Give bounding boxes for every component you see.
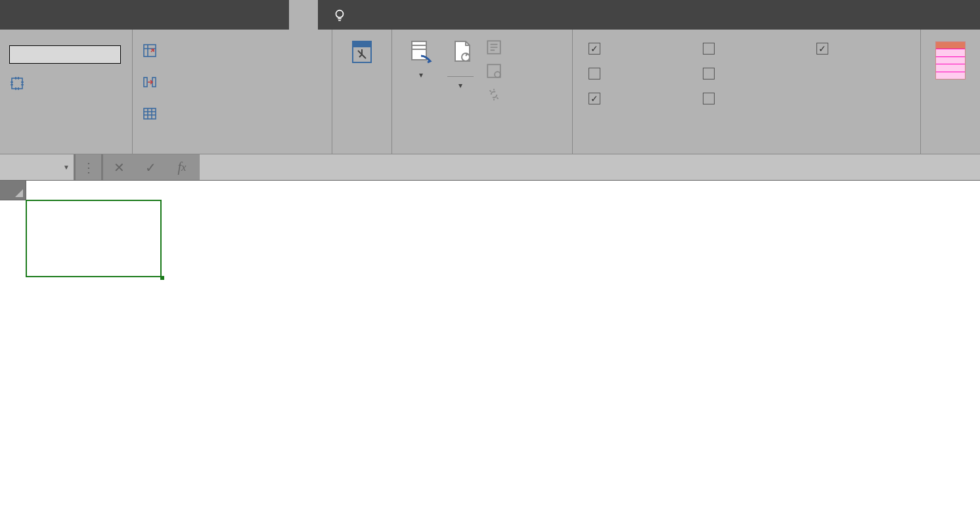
remove-duplicates-button[interactable] <box>142 66 323 98</box>
header-row-checkbox[interactable] <box>589 43 677 55</box>
resize-table-button[interactable] <box>9 76 123 91</box>
checkbox-icon <box>589 93 600 104</box>
cancel-formula-button[interactable]: ✕ <box>103 154 135 180</box>
group-properties <box>0 30 133 154</box>
open-browser-icon[interactable] <box>485 62 502 79</box>
insert-slicer-button[interactable] <box>342 35 382 82</box>
tell-me-search[interactable] <box>318 0 368 30</box>
tab-insert[interactable] <box>58 0 87 30</box>
checkbox-icon <box>816 43 828 55</box>
group-style-options <box>573 30 921 154</box>
column-headers <box>26 181 980 200</box>
chevron-down-icon: ▼ <box>63 164 70 171</box>
svg-point-12 <box>495 72 501 78</box>
lightbulb-icon <box>332 8 347 22</box>
svg-rect-3 <box>144 78 147 87</box>
filter-button-checkbox[interactable] <box>816 43 904 55</box>
range-icon <box>142 106 158 122</box>
first-column-checkbox[interactable] <box>703 43 791 55</box>
tab-view[interactable] <box>231 0 260 30</box>
chevron-down-icon: ▾ <box>419 70 423 79</box>
summarize-pivot-button[interactable] <box>142 35 323 66</box>
svg-rect-11 <box>487 64 501 78</box>
refresh-icon <box>447 39 474 65</box>
checkbox-icon <box>703 43 715 55</box>
name-box[interactable]: ▼ <box>0 154 76 180</box>
svg-rect-1 <box>12 78 22 89</box>
banded-rows-checkbox[interactable] <box>589 93 677 104</box>
pivot-icon <box>142 43 158 58</box>
checkbox-icon <box>703 68 715 79</box>
total-row-checkbox[interactable] <box>589 68 677 79</box>
accept-formula-button[interactable]: ✓ <box>135 154 166 180</box>
banded-columns-checkbox[interactable] <box>703 93 791 104</box>
tab-home[interactable] <box>29 0 58 30</box>
export-icon <box>408 39 434 65</box>
slicer-icon <box>349 39 375 65</box>
tab-data[interactable] <box>173 0 202 30</box>
group-external: ▾ ▾ <box>392 30 573 154</box>
tab-file[interactable] <box>0 0 29 30</box>
tab-page-layout[interactable] <box>116 0 145 30</box>
checkbox-icon <box>589 43 600 55</box>
svg-rect-6 <box>353 41 371 47</box>
selection-handle[interactable] <box>160 276 164 280</box>
checkbox-icon <box>703 93 715 104</box>
properties-icon[interactable] <box>485 39 502 56</box>
svg-rect-5 <box>144 108 156 119</box>
svg-point-0 <box>336 10 344 17</box>
formula-bar: ▼ ⋮ ✕ ✓ fx <box>0 154 980 181</box>
table-name-input[interactable] <box>9 45 121 64</box>
tab-table-design[interactable] <box>289 0 318 30</box>
export-button[interactable]: ▾ <box>401 35 441 154</box>
tab-draw[interactable] <box>87 0 116 30</box>
refresh-button[interactable]: ▾ <box>441 35 480 154</box>
tab-help[interactable] <box>260 0 289 30</box>
tab-review[interactable] <box>202 0 231 30</box>
resize-icon <box>9 76 25 91</box>
checkbox-icon <box>589 68 600 79</box>
selection-box <box>26 200 162 277</box>
formula-input[interactable] <box>200 154 980 180</box>
spreadsheet-grid <box>0 181 980 200</box>
convert-range-button[interactable] <box>142 98 323 129</box>
unlink-icon[interactable] <box>485 86 502 103</box>
insert-function-button[interactable]: fx <box>166 154 198 180</box>
group-slicer <box>332 30 392 154</box>
tab-formulas[interactable] <box>145 0 173 30</box>
table-style-swatch[interactable] <box>930 35 971 79</box>
duplicates-icon <box>142 74 158 90</box>
select-all-corner[interactable] <box>0 181 26 200</box>
row-headers <box>0 181 26 200</box>
ribbon-tabs <box>0 0 980 30</box>
ribbon-body: ▾ ▾ <box>0 30 980 154</box>
group-table-styles <box>921 30 980 154</box>
group-tools <box>133 30 333 154</box>
last-column-checkbox[interactable] <box>703 68 791 79</box>
formula-bar-menu[interactable]: ⋮ <box>76 154 103 180</box>
chevron-down-icon: ▾ <box>458 81 462 90</box>
